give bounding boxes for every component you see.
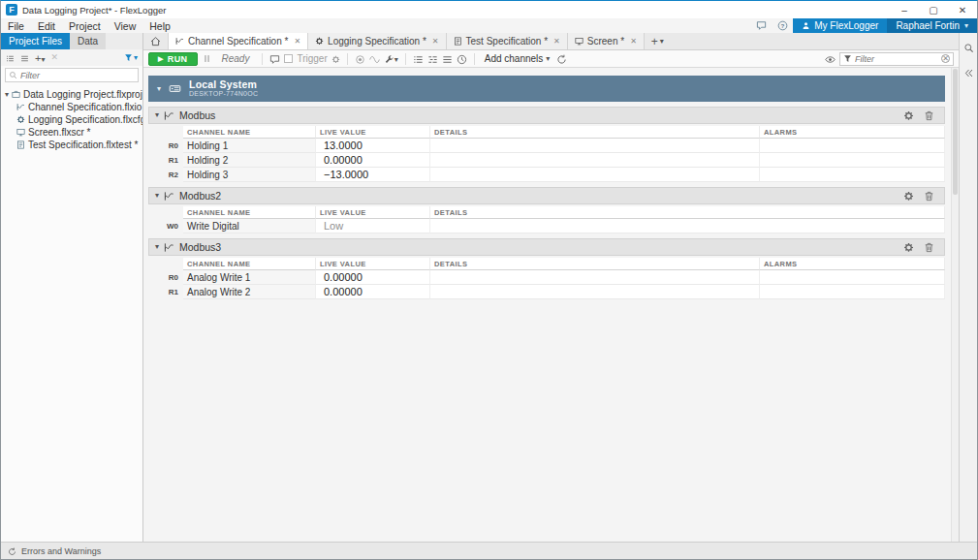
vertical-scrollbar[interactable] (951, 68, 959, 542)
channel-name-cell[interactable]: Holding 1 (183, 139, 316, 153)
tree-item-label: Screen.flxscr * (28, 127, 90, 138)
collapse-caret-icon[interactable]: ▾ (155, 192, 159, 200)
trigger-checkbox[interactable] (284, 54, 293, 63)
minimize-button[interactable]: – (890, 1, 919, 18)
gear-icon[interactable] (903, 109, 914, 122)
menu-edit[interactable]: Edit (31, 18, 62, 33)
tab-logging-specification[interactable]: Logging Specification * ✕ (308, 33, 446, 49)
gear-icon[interactable] (903, 241, 914, 254)
table-row[interactable]: R1 Analog Write 2 0.00000 (148, 285, 945, 299)
scrollbar-thumb[interactable] (953, 69, 958, 195)
home-tab[interactable] (143, 33, 169, 49)
close-icon[interactable]: ✕ (553, 37, 560, 46)
tab-test-specification[interactable]: Test Specification * ✕ (447, 33, 568, 49)
tree-item-channel-specification[interactable]: Channel Specification.flxio * (1, 101, 142, 113)
group-header[interactable]: ▾ Modbus (148, 107, 945, 124)
gear-icon[interactable] (903, 190, 914, 202)
record-icon[interactable] (355, 52, 365, 65)
tree-item-test-specification[interactable]: Test Specification.flxtest * (1, 139, 142, 151)
group-header[interactable]: ▾ Modbus3 (148, 238, 945, 256)
close-button[interactable]: ✕ (948, 1, 977, 18)
collapse-caret-icon[interactable]: ▾ (155, 243, 159, 251)
channel-name-cell[interactable]: Write Digital (183, 219, 316, 233)
table-row[interactable]: R1 Holding 2 0.00000 (148, 153, 945, 168)
tab-screen[interactable]: Screen * ✕ (568, 33, 645, 49)
my-flexlogger-button[interactable]: My FlexLogger (793, 18, 887, 33)
run-button[interactable]: ▶ RUN (148, 52, 198, 66)
trash-icon[interactable] (924, 109, 934, 122)
group-name: Modbus2 (179, 190, 221, 202)
add-channels-button[interactable]: Add channels ▾ (482, 53, 553, 64)
channel-filter-input[interactable] (855, 54, 938, 64)
tree-item-screen[interactable]: Screen.flxscr * (1, 126, 142, 139)
project-tree: ▾ Data Logging Project.flxproj * Channel… (1, 85, 142, 154)
close-icon[interactable]: ✕ (630, 37, 637, 46)
chevron-down-icon: ▾ (964, 22, 968, 30)
collapse-caret-icon[interactable]: ▾ (5, 91, 9, 99)
comment-icon[interactable] (269, 52, 280, 65)
status-bar: Errors and Warnings (1, 542, 977, 559)
tree-root-project[interactable]: ▾ Data Logging Project.flxproj * (1, 88, 142, 101)
tools-dropdown[interactable]: ▾ (384, 52, 398, 65)
maximize-button[interactable]: ▢ (919, 1, 948, 18)
trigger-label: Trigger (297, 53, 327, 64)
channel-name-cell[interactable]: Analog Write 1 (183, 270, 316, 285)
close-icon[interactable]: ✕ (432, 37, 439, 46)
search-panel-icon[interactable] (963, 41, 974, 53)
close-icon[interactable]: ✕ (294, 37, 300, 46)
channel-name-cell[interactable]: Holding 3 (183, 168, 316, 182)
waveform-icon (164, 191, 174, 202)
signal-icon[interactable] (369, 52, 380, 65)
channel-specification-content: ▾ Local System DESKTOP-774N0OC ▾ Modbus (143, 68, 959, 542)
add-tab-button[interactable]: +▾ (645, 33, 671, 49)
menu-project[interactable]: Project (62, 18, 108, 33)
tree-view-icon[interactable] (6, 52, 15, 64)
trash-icon[interactable] (924, 190, 934, 202)
collapse-panel-icon[interactable] (963, 67, 974, 79)
table-row[interactable]: R0 Analog Write 1 0.00000 (148, 270, 945, 285)
menu-view[interactable]: View (108, 18, 143, 33)
trigger-settings-icon[interactable] (331, 53, 340, 65)
errors-warnings-label[interactable]: Errors and Warnings (21, 546, 101, 556)
table-row[interactable]: R2 Holding 3 −13.0000 (148, 168, 945, 182)
live-value-cell: 0.00000 (316, 285, 430, 299)
sidebar-tab-project-files[interactable]: Project Files (1, 33, 70, 49)
pause-button[interactable] (202, 53, 212, 64)
visibility-icon[interactable] (825, 52, 836, 65)
remove-item-button[interactable]: ✕ (50, 53, 58, 62)
waveform-icon (164, 242, 174, 253)
filter-toggle-button[interactable]: ▾ (124, 53, 138, 62)
table-row[interactable]: W0 Write Digital Low (148, 219, 945, 233)
menu-help[interactable]: Help (142, 18, 177, 33)
sidebar-tab-data[interactable]: Data (70, 33, 106, 49)
group-header[interactable]: ▾ Modbus2 (148, 187, 945, 204)
table-row[interactable]: R0 Holding 1 13.0000 (148, 139, 945, 153)
channel-name-cell[interactable]: Holding 2 (183, 153, 316, 168)
list-view-icon[interactable] (20, 52, 29, 64)
history-icon[interactable] (457, 52, 467, 65)
system-header[interactable]: ▾ Local System DESKTOP-774N0OC (148, 76, 945, 102)
sidebar-filter-input[interactable] (20, 71, 135, 80)
gear-icon (16, 115, 25, 124)
collapse-caret-icon[interactable]: ▾ (155, 111, 159, 119)
expand-all-icon[interactable] (413, 52, 424, 65)
group-view-icon[interactable] (442, 52, 453, 65)
add-item-button[interactable]: +▾ (35, 52, 45, 64)
flexlogger-window: F Data Logging Project* - FlexLogger – ▢… (0, 0, 978, 560)
collapse-caret-icon[interactable]: ▾ (157, 85, 161, 93)
project-icon (12, 90, 20, 99)
tab-label: Screen * (587, 36, 624, 47)
help-icon[interactable] (772, 18, 793, 33)
screen-icon (575, 37, 584, 46)
user-menu[interactable]: Raphael Fortin ▾ (887, 18, 977, 33)
feedback-icon[interactable] (750, 18, 772, 33)
menu-file[interactable]: File (1, 18, 31, 33)
trash-icon[interactable] (924, 241, 934, 254)
tab-channel-specification[interactable]: Channel Specification * ✕ (169, 33, 308, 49)
app-logo-icon: F (6, 4, 17, 16)
collapse-all-icon[interactable] (427, 52, 438, 65)
refresh-icon[interactable] (556, 52, 567, 65)
tree-item-logging-specification[interactable]: Logging Specification.flxcfg * (1, 113, 142, 126)
channel-name-cell[interactable]: Analog Write 2 (183, 285, 316, 299)
clear-filter-icon[interactable]: ✕ (941, 54, 950, 63)
